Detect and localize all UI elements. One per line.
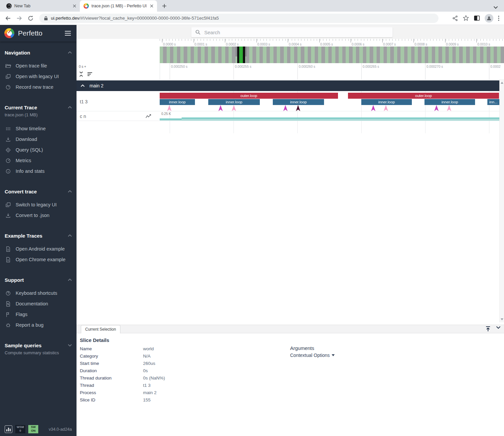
sidebar-item-documentation[interactable]: Documentation — [0, 298, 77, 309]
slice-inner-loop[interactable]: inner.loop — [424, 99, 475, 105]
tab-close-icon[interactable] — [149, 3, 154, 9]
sidebar-item-metrics[interactable]: Metrics — [0, 155, 77, 166]
slice-inner-loop[interactable]: inner.loop — [361, 99, 412, 105]
timeline-minimap[interactable] — [77, 47, 504, 63]
viewport-region[interactable] — [239, 47, 243, 63]
sidebar-item-open-with-legacy-ui[interactable]: Open with legacy UI — [0, 71, 77, 82]
collapse-tracks-icon[interactable] — [79, 71, 84, 77]
section-title[interactable]: Sample queries — [0, 342, 77, 349]
sidebar-item-report-a-bug[interactable]: Report a bug — [0, 320, 77, 330]
search-placeholder: Search — [204, 30, 220, 35]
details-panel: Current Selection Slice Details Nameworl… — [77, 325, 504, 436]
scroll-down-icon[interactable] — [501, 318, 503, 320]
document-icon — [5, 246, 11, 252]
sidebar-item-open-chrome-example[interactable]: Open Chrome example — [0, 254, 77, 265]
sidebar-item-switch-to-legacy-ui[interactable]: Switch to legacy UI — [0, 199, 77, 210]
document-icon — [5, 257, 11, 263]
hud-chart-icon[interactable] — [5, 425, 12, 433]
back-icon[interactable] — [3, 14, 13, 23]
ruler-tick-label: 0.0009 s — [446, 43, 459, 46]
sidebar-item-show-timeline[interactable]: Show timeline — [0, 123, 77, 134]
expand-panel-icon[interactable] — [485, 326, 491, 332]
detail-row-thread-duration: Thread duration0s (NaN%) — [80, 376, 165, 381]
ruler-tick-label: 0.0002 s — [226, 43, 239, 46]
wsm-badge: WSM0 — [15, 425, 25, 433]
search-input[interactable]: Search — [191, 27, 393, 37]
process-group-header[interactable]: main 2 — [77, 80, 499, 91]
counter-value-band[interactable] — [182, 118, 499, 121]
section-title[interactable]: Example Traces — [0, 232, 77, 239]
instant-event-arrow-dark[interactable] — [296, 105, 300, 111]
sidebar-item-keyboard-shortcuts[interactable]: Keyboard shortcuts — [0, 288, 77, 298]
detail-label: Start time — [80, 361, 143, 366]
minimap-activity-stripes — [160, 47, 504, 63]
browser-tab-strip: New Tab trace.json (1 MB) - Perfetto UI — [0, 0, 504, 12]
menu-hamburger-icon[interactable] — [64, 30, 72, 37]
time-offset-label: 0 s + — [79, 65, 86, 68]
sidebar-item-info-and-stats[interactable]: Info and stats — [0, 166, 77, 176]
slice-outer-loop[interactable]: outer.loop — [160, 93, 338, 99]
instant-event-arrow-magenta[interactable] — [371, 105, 376, 111]
forward-icon[interactable] — [15, 14, 24, 23]
contextual-options-dropdown[interactable]: Contextual Options — [290, 353, 335, 358]
tab-current-selection[interactable]: Current Selection — [81, 325, 120, 333]
help-icon — [5, 290, 11, 296]
instant-event-arrow-pink[interactable] — [384, 105, 388, 111]
detail-value: main 2 — [143, 390, 157, 395]
instant-event-arrow-pink[interactable] — [232, 105, 236, 111]
sidebar-item-open-trace-file[interactable]: Open trace file — [0, 60, 77, 71]
track-filter-icon[interactable] — [87, 72, 93, 76]
slice-inner-loop[interactable]: inner.loop — [160, 99, 195, 105]
viewport-region[interactable] — [243, 47, 245, 63]
tab-list-chevron-icon[interactable] — [493, 6, 498, 9]
collapse-panel-chevron-icon[interactable] — [496, 326, 501, 332]
url-bar[interactable]: ui.perfetto.dev/#!/viewer?local_cache_ke… — [39, 14, 438, 23]
browser-tab-newtab[interactable]: New Tab — [3, 0, 80, 12]
ruler-major-ticks — [162, 39, 504, 43]
section-chevron-icon — [68, 234, 72, 237]
counter-value-band[interactable] — [160, 119, 182, 121]
slice-inner-loop[interactable]: inner.loop — [208, 99, 260, 105]
viewport-drag-handle[interactable] — [245, 47, 247, 56]
sidebar-item-convert-to-json[interactable]: Convert to .json — [0, 210, 77, 221]
sidebar-item-open-android-example[interactable]: Open Android example — [0, 244, 77, 254]
info-icon — [5, 168, 11, 174]
slice-outer-loop[interactable]: outer.loop — [348, 93, 499, 99]
profile-avatar[interactable] — [485, 14, 493, 23]
new-tab-button[interactable] — [160, 1, 169, 11]
section-title[interactable]: Current Trace — [0, 104, 77, 111]
sidebar-item-flags[interactable]: Flags — [0, 309, 77, 320]
section-chevron-icon — [68, 106, 72, 109]
search-icon — [195, 30, 201, 35]
section-subtitle: trace.json (1 MB) — [0, 111, 77, 119]
bookmark-star-icon[interactable] — [463, 15, 469, 21]
reload-icon[interactable] — [26, 14, 35, 23]
sidebar-item-download[interactable]: Download — [0, 134, 77, 145]
instant-event-arrow-pink[interactable] — [447, 105, 451, 111]
slice-inner-loop[interactable]: inn... — [487, 99, 499, 105]
browser-menu-icon[interactable] — [498, 16, 499, 21]
section-title[interactable]: Convert trace — [0, 188, 77, 195]
instant-event-arrow-magenta[interactable] — [283, 105, 288, 111]
slice-inner-loop[interactable]: inner.loop — [273, 99, 324, 105]
section-title[interactable]: Support — [0, 276, 77, 283]
instant-event-arrow-magenta[interactable] — [434, 105, 439, 111]
scroll-up-icon[interactable] — [501, 82, 503, 84]
sidebar-item-record-new-trace[interactable]: Record new trace — [0, 82, 77, 92]
share-icon[interactable] — [452, 15, 458, 21]
tab-close-icon[interactable] — [72, 3, 77, 9]
process-group-title: main 2 — [89, 83, 103, 88]
browser-tab-perfetto[interactable]: trace.json (1 MB) - Perfetto UI — [80, 0, 157, 12]
sidebar-section-convert-trace: Convert traceSwitch to legacy UIConvert … — [0, 188, 77, 221]
doc-search-icon — [5, 301, 11, 307]
instant-event-arrow-magenta[interactable] — [218, 105, 223, 111]
side-panel-icon[interactable] — [474, 15, 480, 21]
section-title[interactable]: Navigation — [0, 49, 77, 56]
tracks-scrollbar[interactable] — [499, 80, 504, 322]
ruler-tick-label: 0.0010 s — [477, 43, 490, 46]
time-gridline: 0.000265 s — [361, 63, 362, 79]
time-marker-row: 0 s + 0.000250 s0.000255 s0.000260 s0.00… — [77, 63, 504, 80]
instant-event-arrow-pink[interactable] — [167, 105, 172, 111]
sidebar-item-query-sql-[interactable]: Query (SQL) — [0, 145, 77, 155]
ruler-tick-label: 0.0000 s — [163, 43, 176, 46]
